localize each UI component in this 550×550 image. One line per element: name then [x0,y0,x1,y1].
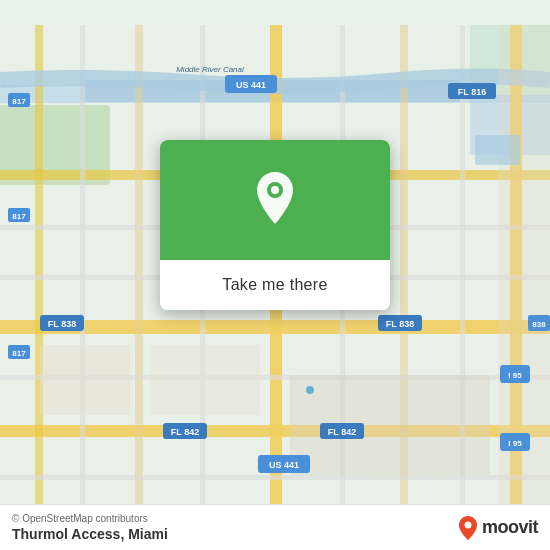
moovit-text: moovit [482,517,538,538]
svg-text:I 95: I 95 [508,371,522,380]
svg-text:817: 817 [12,349,26,358]
svg-rect-26 [290,375,490,475]
svg-rect-27 [475,135,520,165]
take-me-there-button[interactable]: Take me there [160,260,390,310]
location-pin-icon [251,172,299,228]
svg-rect-19 [80,25,85,525]
moovit-pin-icon [458,516,478,540]
attribution-text: © OpenStreetMap contributors [12,513,168,524]
svg-text:Middle River Canal: Middle River Canal [176,65,244,74]
svg-text:FL 842: FL 842 [171,427,199,437]
svg-text:FL 816: FL 816 [458,87,486,97]
svg-text:817: 817 [12,212,26,221]
location-title: Thurmol Access, Miami [12,526,168,542]
svg-point-58 [464,521,471,528]
svg-text:US 441: US 441 [269,460,299,470]
svg-text:FL 842: FL 842 [328,427,356,437]
svg-point-55 [306,386,314,394]
bottom-left-info: © OpenStreetMap contributors Thurmol Acc… [12,513,168,542]
map-container: US 441 FL 816 817 817 817 FL 838 FL 838 … [0,0,550,550]
svg-rect-24 [40,345,130,415]
svg-text:US 441: US 441 [236,80,266,90]
bottom-bar: © OpenStreetMap contributors Thurmol Acc… [0,504,550,550]
location-card: Take me there [160,140,390,310]
svg-text:FL 838: FL 838 [48,319,76,329]
svg-text:838: 838 [532,320,546,329]
svg-text:FL 838: FL 838 [386,319,414,329]
card-map-area [160,140,390,260]
svg-text:I 95: I 95 [508,439,522,448]
moovit-logo: moovit [458,516,538,540]
svg-point-57 [271,186,279,194]
svg-text:817: 817 [12,97,26,106]
svg-rect-25 [150,345,260,415]
